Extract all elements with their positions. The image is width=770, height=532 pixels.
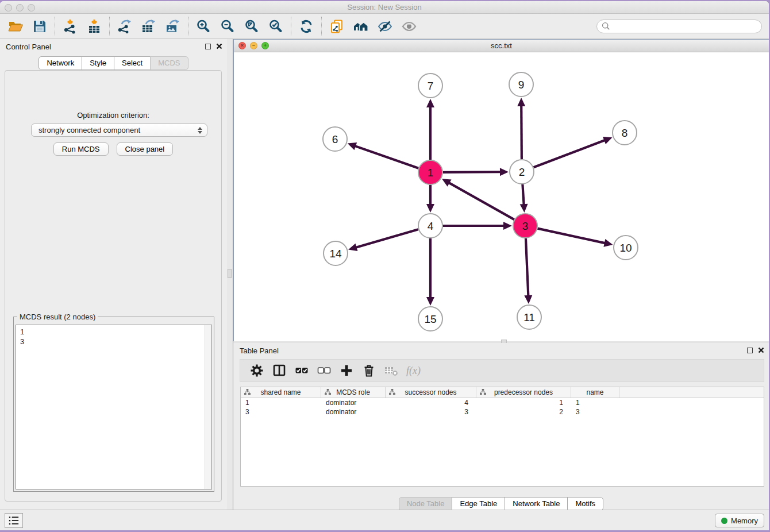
graph-node-8[interactable]: 8 [613,121,637,145]
optimization-criterion-label: Optimization criterion: [5,111,221,119]
export-table-button[interactable] [137,16,161,37]
graph-edge-3-1[interactable] [442,179,514,219]
tab-network[interactable]: Network [38,56,82,70]
split-view-button[interactable] [268,361,290,380]
vertical-splitter-handle[interactable] [228,269,232,278]
import-table-button[interactable] [82,16,106,37]
result-scrollbar[interactable] [205,325,211,489]
toolbar-separator [55,17,55,36]
table-options-button[interactable] [246,361,267,380]
zoom-out-icon [220,19,235,34]
graph-edge-3-11[interactable] [524,238,532,304]
cell-shared-name[interactable]: 1 [241,398,321,407]
graph-edge-1-2[interactable] [443,168,509,176]
tab-mcds[interactable]: MCDS [150,56,188,70]
cell-name[interactable]: 1 [571,398,619,407]
svg-text:7: 7 [428,80,434,92]
split-view-icon [272,363,287,378]
graph-edge-4-15[interactable] [426,238,434,306]
column-header-successor-nodes[interactable]: successor nodes [386,387,476,398]
table-row[interactable]: 1dominator411 [241,398,764,407]
graph-edge-4-3[interactable] [443,222,512,230]
close-panel-icon[interactable] [216,43,222,49]
graph-edge-4-14[interactable] [348,229,418,251]
graph-edge-3-10[interactable] [537,229,613,247]
tab-select[interactable]: Select [114,56,151,70]
export-image-button[interactable] [161,16,185,37]
select-all-button[interactable] [291,361,312,380]
graph-node-7[interactable]: 7 [418,74,442,98]
cell-predecessor-nodes[interactable]: 1 [476,398,571,407]
tab-motifs[interactable]: Motifs [567,497,603,511]
cell-predecessor-nodes[interactable]: 2 [476,407,571,417]
export-table-icon [141,19,156,34]
optimization-criterion-select[interactable]: strongly connected component [31,124,207,137]
node-table[interactable]: shared nameMCDS rolesuccessor nodesprede… [240,387,764,487]
cell-mcds-role[interactable]: dominator [321,398,386,407]
graph-edge-1-7[interactable] [426,99,434,160]
search-input[interactable] [613,22,757,30]
zoom-out-button[interactable] [215,16,240,37]
task-history-button[interactable] [5,513,23,528]
graph-node-9[interactable]: 9 [509,72,533,97]
function-builder-button: f(x) [403,361,424,380]
network-canvas[interactable]: 1234678910111415 [234,52,769,341]
column-label: MCDS role [321,388,385,396]
cell-successor-nodes[interactable]: 4 [386,398,476,407]
tab-node-table[interactable]: Node Table [399,497,453,511]
deselect-all-button[interactable] [313,361,334,380]
column-header-mcds-role[interactable]: MCDS role [321,387,386,398]
save-session-button[interactable] [28,16,52,37]
close-table-panel-icon[interactable] [758,347,764,353]
graph-node-2[interactable]: 2 [510,160,534,184]
graph-node-6[interactable]: 6 [323,127,347,151]
column-header-name[interactable]: name [571,387,619,398]
network-graph[interactable]: 1234678910111415 [234,52,769,341]
close-panel-button[interactable]: Close panel [117,142,174,156]
graph-node-3[interactable]: 3 [513,214,537,238]
cell-shared-name[interactable]: 3 [241,407,321,417]
tab-edge-table[interactable]: Edge Table [452,497,505,511]
graph-edge-1-6[interactable] [348,142,419,168]
export-network-button[interactable] [113,16,137,37]
open-session-button[interactable] [3,16,28,37]
table-row[interactable]: 3dominator323 [241,407,764,417]
tab-network-table[interactable]: Network Table [505,497,568,511]
search-box[interactable] [596,20,762,33]
graph-edge-2-3[interactable] [520,184,528,213]
cell-successor-nodes[interactable]: 3 [386,407,476,417]
memory-button[interactable]: Memory [715,514,764,527]
column-header-shared-name[interactable]: shared name [241,387,321,398]
memory-status-icon [721,518,727,524]
graph-node-14[interactable]: 14 [324,241,348,265]
graph-node-15[interactable]: 15 [418,307,442,331]
float-panel-icon[interactable] [205,44,211,49]
clone-network-button[interactable] [325,16,349,37]
float-table-panel-icon[interactable] [747,348,753,353]
zoom-selected-button[interactable] [264,16,288,37]
hide-selected-button[interactable] [373,16,397,37]
add-column-button[interactable] [336,361,357,380]
zoom-in-button[interactable] [191,16,215,37]
main-titlebar: Session: New Session [0,1,769,14]
run-mcds-button[interactable]: Run MCDS [53,142,109,156]
graph-edge-2-8[interactable] [534,137,613,167]
delete-column-button[interactable] [358,361,379,380]
mcds-result-list[interactable]: 13 [16,325,212,489]
graph-edge-2-9[interactable] [517,98,525,159]
refresh-view-button[interactable] [294,16,318,37]
home-view-button[interactable] [349,16,373,37]
vertical-splitter[interactable] [227,39,233,510]
graph-node-11[interactable]: 11 [517,305,541,329]
column-header-predecessor-nodes[interactable]: predecessor nodes [476,387,571,398]
cell-mcds-role[interactable]: dominator [321,407,386,417]
zoom-fit-button[interactable] [240,16,264,37]
graph-node-4[interactable]: 4 [418,214,442,238]
graph-node-1[interactable]: 1 [418,160,442,184]
graph-edge-1-4[interactable] [426,185,434,213]
tab-style[interactable]: Style [82,56,114,70]
table-toolbar: f(x) [240,359,764,382]
import-network-button[interactable] [58,16,82,37]
graph-node-10[interactable]: 10 [614,236,638,260]
cell-name[interactable]: 3 [571,407,619,417]
